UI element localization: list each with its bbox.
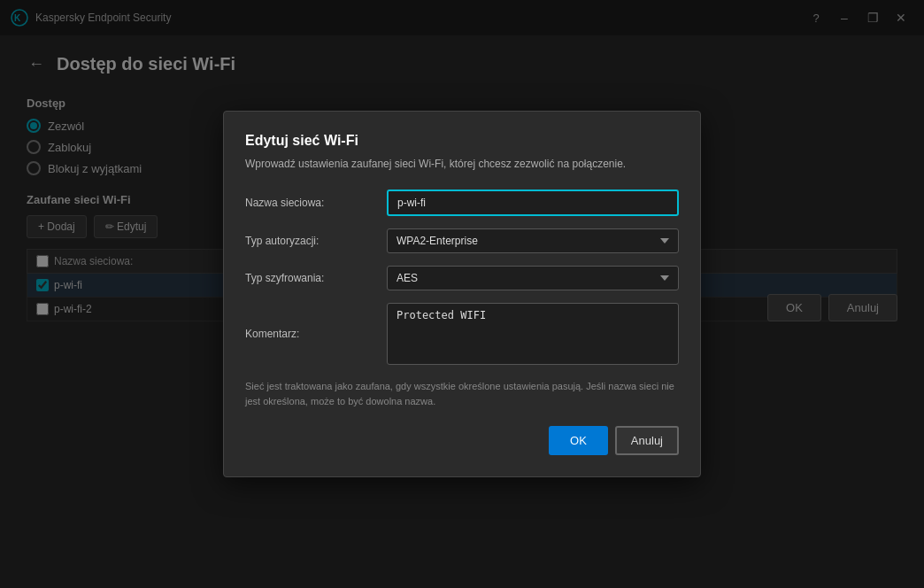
modal-title: Edytuj sieć Wi-Fi [245, 133, 679, 149]
comment-row: Komentarz: Protected WIFI [245, 303, 679, 365]
modal-footer: OK Anuluj [245, 426, 679, 455]
edit-wifi-modal: Edytuj sieć Wi-Fi Wprowadź ustawienia za… [223, 111, 701, 477]
enc-type-row: Typ szyfrowania: AES Any TKIP [245, 266, 679, 290]
auth-type-row: Typ autoryzacji: WPA2-Enterprise Any WPA… [245, 228, 679, 253]
modal-ok-button[interactable]: OK [549, 426, 608, 455]
modal-subtitle: Wprowadź ustawienia zaufanej sieci Wi-Fi… [245, 156, 679, 172]
network-name-input[interactable] [387, 190, 679, 216]
modal-note: Sieć jest traktowana jako zaufana, gdy w… [245, 379, 679, 408]
network-name-row: Nazwa sieciowa: [245, 190, 679, 216]
comment-textarea[interactable]: Protected WIFI [387, 303, 679, 365]
enc-type-select[interactable]: AES Any TKIP [387, 266, 679, 290]
network-name-label: Nazwa sieciowa: [245, 197, 387, 209]
comment-label: Komentarz: [245, 328, 387, 340]
enc-type-label: Typ szyfrowania: [245, 272, 387, 284]
auth-type-label: Typ autoryzacji: [245, 235, 387, 247]
auth-type-select[interactable]: WPA2-Enterprise Any WPA2-Personal WPA3 O… [387, 228, 679, 253]
modal-cancel-button[interactable]: Anuluj [615, 426, 679, 455]
modal-overlay: Edytuj sieć Wi-Fi Wprowadź ustawienia za… [0, 0, 924, 588]
